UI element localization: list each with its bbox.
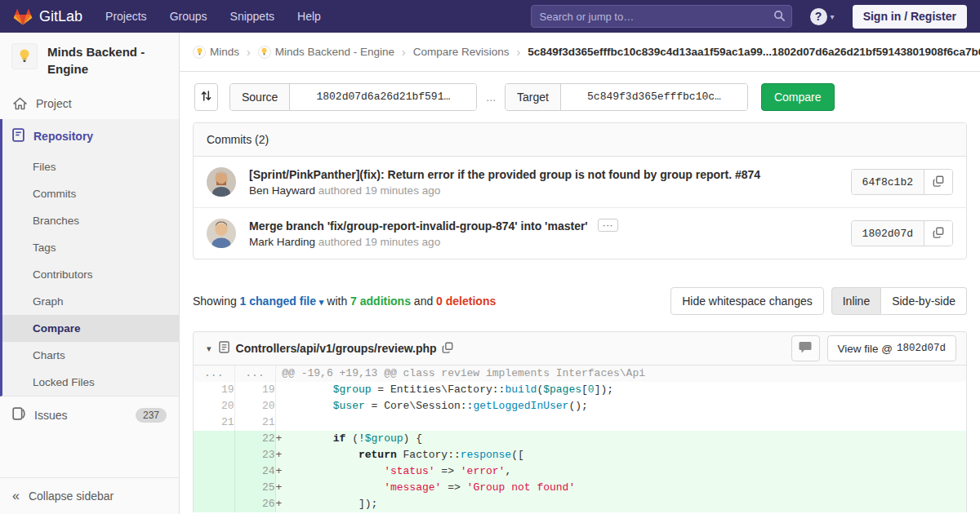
- range-separator: ...: [486, 91, 496, 104]
- copy-icon: [442, 342, 453, 356]
- avatar: [207, 219, 236, 248]
- diff-line-content: + 'message' => 'Group not found': [275, 480, 966, 496]
- breadcrumb-separator: ›: [517, 46, 521, 59]
- commit-sha-link[interactable]: 1802d07d: [852, 221, 924, 246]
- swap-revisions-button[interactable]: [194, 83, 218, 111]
- diff-old-line-number[interactable]: ...: [194, 366, 234, 382]
- diff-old-line-number[interactable]: 21: [194, 414, 234, 431]
- gitlab-logo[interactable]: GitLab: [13, 7, 82, 26]
- diff-old-line-number[interactable]: [194, 480, 234, 496]
- diff-new-line-number[interactable]: 25: [234, 480, 275, 496]
- diff-line-content: $group = Entities\Factory::build($pages[…: [275, 382, 966, 398]
- file-header: ▾ Controllers/api/v1/groups/review.php V…: [194, 332, 966, 366]
- file-diff-card: ▾ Controllers/api/v1/groups/review.php V…: [193, 331, 967, 512]
- diff-line: 23+ return Factory::response([: [194, 447, 966, 463]
- sign-in-register-button[interactable]: Sign in / Register: [853, 5, 967, 29]
- collapse-file-caret-icon[interactable]: ▾: [207, 343, 212, 354]
- diff-old-line-number[interactable]: [194, 431, 234, 447]
- commits-card: Commits (2) [Sprint/PinkPanther](fix): R…: [193, 122, 967, 259]
- diff-new-line-number[interactable]: 20: [234, 398, 275, 414]
- sidebar-item-graph[interactable]: Graph: [2, 288, 179, 315]
- diff-old-line-number[interactable]: [194, 447, 234, 463]
- help-menu[interactable]: ? ▾: [810, 8, 835, 25]
- hide-whitespace-button[interactable]: Hide whitespace changes: [670, 287, 824, 315]
- commit-description-expander[interactable]: ···: [598, 219, 618, 232]
- breadcrumb-group[interactable]: Minds: [210, 46, 239, 58]
- nav-projects[interactable]: Projects: [105, 10, 147, 23]
- target-ref-input[interactable]: 5c849f3d365efffbc10c…: [561, 84, 747, 110]
- sidebar-repository-label: Repository: [33, 130, 93, 143]
- search-input[interactable]: [531, 5, 792, 28]
- commit-meta: authored 19 minutes ago: [315, 184, 440, 197]
- diff-old-line-number[interactable]: [194, 463, 234, 480]
- commit-author-link[interactable]: Mark Harding: [249, 236, 315, 248]
- diff-line-content: [275, 414, 966, 431]
- diff-old-line-number[interactable]: 20: [194, 398, 234, 414]
- commit-title-link[interactable]: Merge branch 'fix/group-report-invalid-g…: [249, 219, 588, 233]
- view-file-button[interactable]: View file @ 1802d07d: [827, 335, 957, 361]
- diff-line: 25+ 'message' => 'Group not found': [194, 480, 966, 496]
- collapse-sidebar-button[interactable]: « Collapse sidebar: [0, 477, 179, 514]
- breadcrumb-compare-revisions[interactable]: Compare Revisions: [413, 46, 510, 58]
- diff-new-line-number[interactable]: 21: [234, 414, 275, 431]
- copy-sha-button[interactable]: [924, 170, 952, 194]
- copy-sha-button[interactable]: [924, 221, 952, 246]
- sidebar-section-repository: Repository Files Commits Branches Tags C…: [0, 119, 179, 397]
- commit-author-link[interactable]: Ben Hayward: [249, 184, 315, 197]
- changed-files-dropdown[interactable]: 1 changed file ▾: [240, 295, 324, 308]
- breadcrumb-current-shas: 5c849f3d365efffbc10c839c4d13aa1f59ac1a99…: [528, 46, 980, 58]
- diff-old-line-number[interactable]: [194, 496, 234, 512]
- nav-snippets[interactable]: Snippets: [230, 10, 274, 23]
- view-file-sha: 1802d07d: [897, 343, 946, 354]
- sidebar-item-locked-files[interactable]: Locked Files: [2, 369, 179, 396]
- additions-count: 7 additions: [350, 295, 411, 308]
- diff-new-line-number[interactable]: ...: [234, 366, 275, 382]
- sidebar-item-files[interactable]: Files: [2, 153, 179, 180]
- commit-sha-group: 1802d07d: [851, 220, 953, 246]
- swap-arrows-icon: [201, 90, 212, 104]
- sidebar-item-project[interactable]: Project: [0, 88, 179, 119]
- diff-view-toggle: Inline Side-by-side: [831, 287, 967, 315]
- diff-line-content: + return Factory::response([: [275, 447, 966, 463]
- nav-help[interactable]: Help: [297, 10, 321, 23]
- diff-line: 1919 $group = Entities\Factory::build($p…: [194, 382, 966, 398]
- sidebar-item-repository[interactable]: Repository: [2, 119, 179, 153]
- sidebar-item-tags[interactable]: Tags: [2, 234, 179, 261]
- diff-new-line-number[interactable]: 24: [234, 463, 275, 480]
- diff-new-line-number[interactable]: 23: [234, 447, 275, 463]
- diff-new-line-number[interactable]: 22: [234, 431, 275, 447]
- breadcrumb-separator: ›: [247, 46, 251, 59]
- diff-new-line-number[interactable]: 19: [234, 382, 275, 398]
- nav-groups[interactable]: Groups: [170, 10, 207, 23]
- sidebar-item-branches[interactable]: Branches: [2, 207, 179, 234]
- sidebar-item-compare[interactable]: Compare: [2, 315, 179, 342]
- search-box: [531, 5, 792, 28]
- file-icon: [219, 341, 229, 356]
- sidebar-item-charts[interactable]: Charts: [2, 342, 179, 369]
- sidebar-item-issues[interactable]: Issues 237: [0, 397, 179, 433]
- tanuki-icon: [13, 7, 33, 26]
- diff-line-content: + ]);: [275, 496, 966, 512]
- sidebar-item-contributors[interactable]: Contributors: [2, 261, 179, 288]
- sidebar-item-commits[interactable]: Commits: [2, 180, 179, 207]
- diff-new-line-number[interactable]: 26: [234, 496, 275, 512]
- diff-line-content: @@ -19,6 +19,13 @@ class review implemen…: [275, 366, 966, 382]
- commit-sha-link[interactable]: 64f8c1b2: [852, 170, 924, 194]
- search-icon[interactable]: [773, 10, 786, 24]
- main-content: Minds › Minds Backend - Engine › Compare…: [180, 33, 980, 514]
- copy-file-path-button[interactable]: [442, 342, 453, 356]
- side-by-side-view-button[interactable]: Side-by-side: [881, 287, 967, 315]
- view-file-label: View file @: [838, 343, 893, 355]
- diff-table: ...... @@ -19,6 +19,13 @@ class review i…: [194, 366, 966, 512]
- inline-view-button[interactable]: Inline: [831, 287, 881, 315]
- toggle-comments-button[interactable]: [791, 335, 820, 361]
- commit-sha-group: 64f8c1b2: [851, 169, 953, 195]
- compare-button[interactable]: Compare: [761, 83, 835, 111]
- breadcrumb-project[interactable]: Minds Backend - Engine: [275, 46, 394, 58]
- diff-stats-text: Showing 1 changed file ▾ with 7 addition…: [193, 295, 496, 308]
- commit-title-link[interactable]: [Sprint/PinkPanther](fix): Return error …: [249, 168, 760, 181]
- source-ref-input[interactable]: 1802d07d6a26d21bf591…: [290, 84, 476, 110]
- diff-old-line-number[interactable]: 19: [194, 382, 234, 398]
- file-path-link[interactable]: Controllers/api/v1/groups/review.php: [236, 342, 437, 355]
- project-context[interactable]: Minds Backend - Engine: [0, 33, 179, 88]
